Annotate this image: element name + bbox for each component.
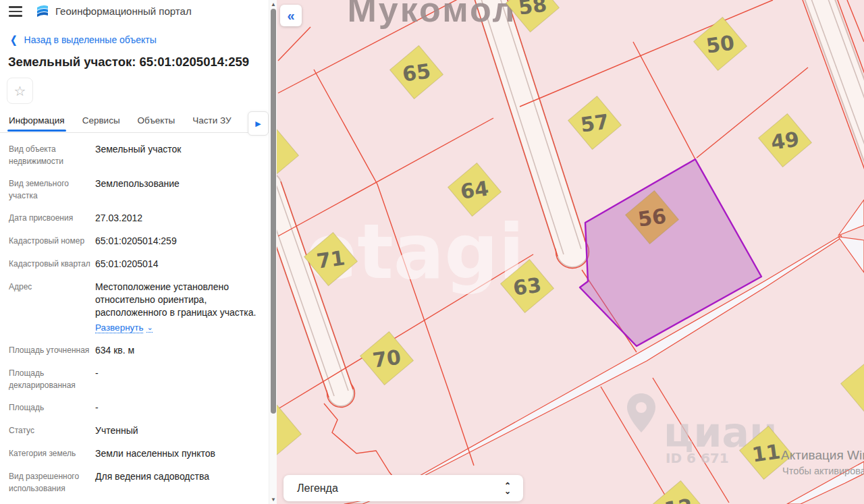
field-value: -	[95, 401, 99, 414]
parcel-number: 11	[751, 439, 782, 466]
field-value: 65:01:0205014	[95, 258, 158, 271]
activation-text-line2: Чтобы активировать Wi	[782, 466, 864, 476]
scroll-up-icon[interactable]: ▲	[270, 1, 277, 7]
field-label: Кадастровый квартал	[9, 258, 91, 271]
field-label: Дата присвоения	[9, 212, 91, 225]
field-row: Дата присвоения27.03.2012	[9, 212, 260, 225]
field-row: Категория земельЗемли населенных пунктов	[9, 447, 260, 460]
chevron-left-icon: ❮	[10, 34, 17, 46]
field-value: Местоположение установлено относительно …	[95, 281, 260, 334]
field-value: Земельный участок	[95, 143, 181, 167]
tab-bar: ИнформацияСервисыОбъектыЧасти ЗУСоста	[0, 111, 269, 133]
field-row: АдресМестоположение установлено относите…	[9, 281, 260, 334]
field-value: 27.03.2012	[95, 212, 142, 225]
scrollbar-thumb[interactable]	[271, 9, 276, 414]
watermark-cian-id: ID 6 671	[666, 450, 729, 466]
field-value: -	[95, 367, 99, 391]
field-row: СтатусУчтенный	[9, 424, 260, 437]
chevron-down-icon: ⌄	[147, 321, 153, 334]
cadastral-map: Мукомол etagi циан ID 6 671 585065574964…	[277, 0, 864, 504]
parcel-number: 49	[770, 127, 801, 154]
field-value: Для ведения садоводства	[95, 470, 209, 495]
street-label: Мукомол	[348, 0, 517, 29]
activation-text-line1: Активация Windo	[781, 448, 864, 462]
field-row: Площадь декларированная-	[9, 367, 260, 391]
page-title: Земельный участок: 65:01:0205014:259	[8, 55, 249, 69]
field-value: 65:01:0205014:259	[95, 235, 177, 248]
collapse-panel-button[interactable]: «	[280, 5, 302, 26]
menu-icon[interactable]	[9, 6, 22, 17]
field-row: Вид объекта недвижимостиЗемельный участо…	[9, 143, 260, 167]
double-chevron-left-icon: «	[287, 8, 294, 24]
portal-logo-icon	[35, 3, 50, 18]
field-value: Землепользование	[95, 177, 180, 202]
parcel-number: 56	[637, 204, 668, 231]
tabs-scroll-right-button[interactable]: ▶	[248, 111, 269, 136]
expand-collapse-icon[interactable]: ⌃⌄	[504, 483, 511, 494]
field-label: Вид земельного участка	[9, 177, 91, 202]
geo-portal-app: Геоинформационный портал ❮ Назад в выдел…	[0, 0, 864, 504]
field-value: Учтенный	[95, 424, 138, 437]
field-value: 634 кв. м	[95, 344, 134, 357]
scroll-down-icon[interactable]: ▼	[270, 497, 277, 503]
field-label: Статус	[9, 424, 91, 437]
field-row: Вид разрешенного использованияДля ведени…	[9, 470, 260, 495]
star-icon: ☆	[14, 83, 26, 99]
field-row: Кадастровый номер65:01:0205014:259	[9, 235, 260, 248]
field-label: Адрес	[9, 281, 91, 334]
field-label: Площадь декларированная	[9, 367, 91, 391]
back-link[interactable]: ❮ Назад в выделенные объекты	[9, 34, 157, 46]
parcel-number: 64	[459, 176, 490, 203]
field-label: Кадастровый номер	[9, 235, 91, 248]
address-expand-link[interactable]: Развернуть⌄	[95, 321, 153, 334]
field-row: Площадь уточненная634 кв. м	[9, 344, 260, 357]
fields-list: Вид объекта недвижимостиЗемельный участо…	[9, 143, 260, 504]
legend-bar[interactable]: Легенда ⌃⌄	[284, 475, 523, 501]
tab-2[interactable]: Сервисы	[82, 111, 120, 132]
back-link-label: Назад в выделенные объекты	[24, 34, 157, 45]
tab-4[interactable]: Части ЗУ	[192, 111, 231, 132]
tab-3[interactable]: Объекты	[138, 111, 176, 132]
field-label: Вид разрешенного использования	[9, 470, 91, 495]
triangle-right-icon: ▶	[255, 119, 261, 128]
field-row: Площадь-	[9, 401, 260, 414]
field-label: Площадь	[9, 401, 91, 414]
info-panel: Геоинформационный портал ❮ Назад в выдел…	[0, 0, 269, 504]
legend-label: Легенда	[297, 482, 338, 495]
parcel-number: 63	[512, 273, 543, 300]
parcel-number: 57	[579, 109, 610, 136]
field-value: Земли населенных пунктов	[95, 447, 215, 460]
panel-header: Геоинформационный портал	[0, 0, 269, 27]
field-label: Вид объекта недвижимости	[9, 143, 91, 167]
parcel-number: 70	[371, 345, 402, 372]
tab-1[interactable]: Информация	[9, 111, 65, 132]
parcel-number: 50	[705, 30, 736, 57]
field-row: Вид земельного участкаЗемлепользование	[9, 177, 260, 202]
field-label: Категория земель	[9, 447, 91, 460]
field-row: Кадастровый квартал65:01:0205014	[9, 258, 260, 271]
parcel-number: 71	[315, 246, 346, 273]
map-canvas[interactable]: Мукомол etagi циан ID 6 671 585065574964…	[277, 0, 864, 504]
panel-scrollbar[interactable]: ▲ ▼	[269, 0, 277, 504]
app-title: Геоинформационный портал	[55, 5, 192, 17]
parcel-number: 65	[401, 59, 432, 86]
field-label: Площадь уточненная	[9, 344, 91, 357]
favorite-star-button[interactable]: ☆	[7, 78, 33, 104]
